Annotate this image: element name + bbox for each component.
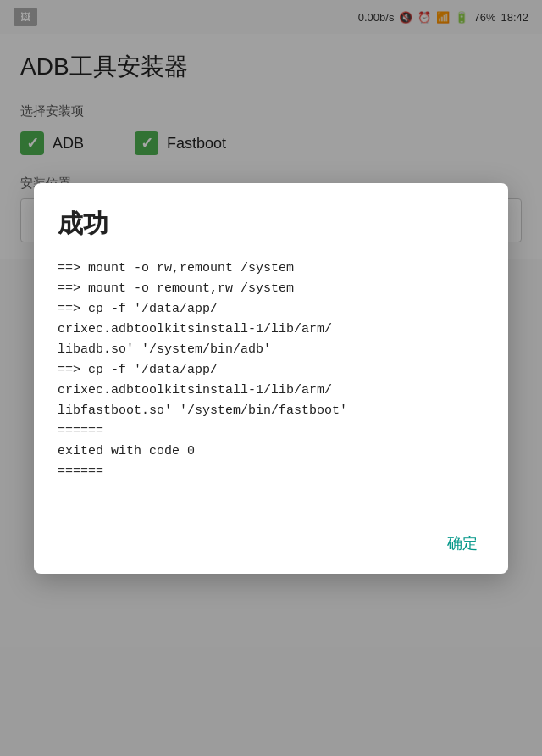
log-separator-1: ====== [58,421,484,442]
log-separator-2: ====== [58,462,484,482]
log-line-2: ==> mount -o remount,rw /system [58,279,484,299]
dialog-footer: 确定 [58,530,484,557]
success-dialog: 成功 ==> mount -o rw,remount /system ==> m… [34,183,508,574]
dialog-overlay: 成功 ==> mount -o rw,remount /system ==> m… [0,0,542,756]
log-line-3: ==> cp -f '/data/app/crixec.adbtoolkitsi… [58,299,484,360]
dialog-title: 成功 [58,207,484,242]
confirm-button[interactable]: 确定 [440,530,484,557]
log-line-4: ==> cp -f '/data/app/crixec.adbtoolkitsi… [58,360,484,421]
log-line-1: ==> mount -o rw,remount /system [58,258,484,279]
dialog-body: ==> mount -o rw,remount /system ==> moun… [58,258,484,513]
log-exit: exited with code 0 [58,442,484,462]
